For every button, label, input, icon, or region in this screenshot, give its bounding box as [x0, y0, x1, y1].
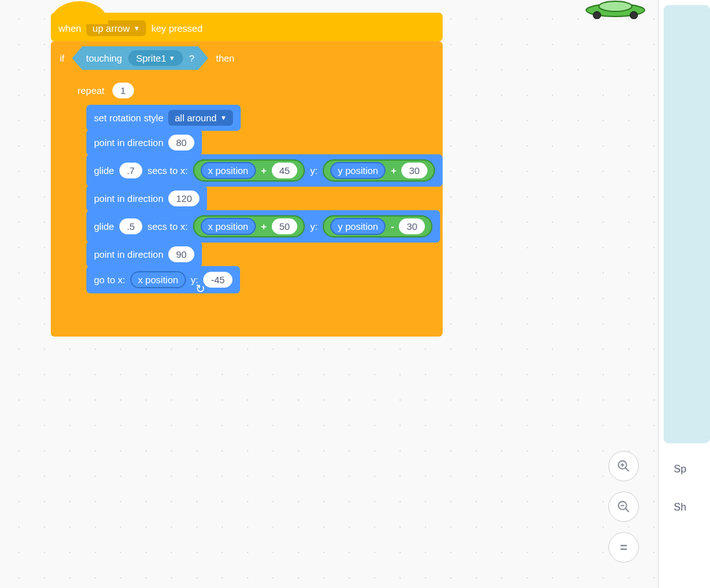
car-sprite-preview: [580, 0, 650, 19]
svg-point-3: [630, 11, 638, 19]
key-dropdown-label: up arrow: [93, 23, 130, 34]
plus-icon: +: [389, 165, 398, 176]
number-input[interactable]: 45: [272, 163, 298, 178]
scripts-workspace[interactable]: when up arrow ▼ key pressed if touching …: [0, 0, 658, 588]
direction-input[interactable]: 80: [168, 135, 194, 150]
x-position-reporter[interactable]: x position: [201, 218, 256, 235]
number-input[interactable]: -45: [203, 272, 232, 288]
secs-input[interactable]: .7: [119, 163, 143, 178]
right-panel: Sp Sh: [658, 0, 710, 588]
chevron-down-icon: ▼: [133, 25, 140, 32]
label: go to x:: [94, 274, 125, 285]
svg-line-9: [626, 509, 629, 512]
label: point in direction: [94, 193, 163, 204]
point-in-direction-block[interactable]: point in direction 80: [86, 130, 202, 156]
number-input[interactable]: 50: [272, 218, 298, 234]
touching-reporter[interactable]: touching Sprite1 ▼ ?: [72, 46, 209, 70]
number-input[interactable]: 30: [399, 218, 425, 234]
repeat-arrow-icon: ↻: [196, 282, 205, 296]
svg-point-2: [593, 11, 601, 19]
label-question: ?: [189, 53, 194, 63]
direction-input[interactable]: 90: [168, 246, 194, 262]
when-key-pressed-hat[interactable]: when up arrow ▼ key pressed: [51, 13, 443, 41]
direction-input[interactable]: 120: [168, 190, 199, 206]
label: point in direction: [94, 249, 163, 260]
label-then: then: [216, 53, 234, 63]
subtract-operator[interactable]: y position - 30: [323, 215, 432, 237]
if-block[interactable]: if touching Sprite1 ▼ ? then: [51, 41, 443, 337]
x-position-reporter[interactable]: x position: [201, 162, 256, 179]
x-position-reporter[interactable]: x position: [130, 271, 185, 288]
script-stack[interactable]: when up arrow ▼ key pressed if touching …: [51, 13, 443, 337]
svg-line-5: [626, 468, 629, 472]
number-input[interactable]: 30: [401, 163, 427, 178]
secs-input[interactable]: .5: [119, 218, 143, 234]
add-operator[interactable]: x position + 45: [193, 159, 305, 182]
chevron-down-icon: ▼: [169, 55, 175, 62]
zoom-controls: =: [608, 451, 639, 563]
touching-target-dropdown[interactable]: Sprite1 ▼: [128, 50, 182, 66]
repeat-block[interactable]: repeat 1 set rotation style all around: [69, 77, 443, 315]
zoom-in-icon: [617, 459, 631, 473]
plus-icon: +: [260, 165, 268, 176]
y-position-reporter[interactable]: y position: [330, 162, 385, 179]
label: set rotation style: [94, 112, 163, 123]
equals-icon: =: [620, 540, 627, 555]
sprite-panel-label-2: Sh: [674, 502, 710, 513]
zoom-in-button[interactable]: [608, 451, 639, 481]
glide-block[interactable]: glide .5 secs to x: x position + 50 y:: [86, 210, 440, 243]
label: glide: [94, 165, 114, 176]
key-dropdown[interactable]: up arrow ▼: [86, 20, 146, 36]
label-repeat: repeat: [77, 85, 105, 96]
rotation-style-dropdown[interactable]: all around ▼: [168, 110, 233, 126]
label-touching: touching: [86, 53, 123, 63]
go-to-xy-block[interactable]: go to x: x position y: -45: [86, 266, 240, 293]
label-key-pressed: key pressed: [151, 23, 203, 34]
plus-icon: +: [260, 221, 268, 232]
label: y:: [310, 165, 318, 176]
sprite-panel-label: Sp: [674, 464, 710, 475]
svg-point-1: [599, 1, 632, 11]
add-operator[interactable]: x position + 50: [193, 215, 305, 237]
touching-target-label: Sprite1: [136, 53, 166, 63]
label: secs to x:: [147, 165, 187, 176]
set-rotation-style-block[interactable]: set rotation style all around ▼: [86, 105, 241, 131]
label: point in direction: [94, 137, 163, 148]
label-if: if: [60, 53, 65, 63]
chevron-down-icon: ▼: [220, 114, 227, 121]
zoom-reset-button[interactable]: =: [608, 532, 639, 563]
rotation-style-label: all around: [175, 112, 217, 123]
sprite-panel: Sp Sh: [664, 456, 710, 513]
stage-preview[interactable]: [664, 5, 710, 443]
glide-block[interactable]: glide .7 secs to x: x position + 45 y:: [86, 154, 443, 187]
label-when: when: [58, 23, 81, 34]
zoom-out-button[interactable]: [608, 491, 639, 522]
y-position-reporter[interactable]: y position: [330, 218, 385, 235]
point-in-direction-block[interactable]: point in direction 120: [86, 185, 207, 211]
label: secs to x:: [147, 221, 187, 232]
label: y:: [310, 221, 318, 232]
add-operator[interactable]: y position + 30: [323, 159, 435, 182]
repeat-count-input[interactable]: 1: [112, 83, 134, 98]
point-in-direction-block[interactable]: point in direction 90: [86, 241, 202, 267]
zoom-out-icon: [617, 500, 631, 514]
minus-icon: -: [389, 221, 395, 232]
label: glide: [94, 221, 114, 232]
